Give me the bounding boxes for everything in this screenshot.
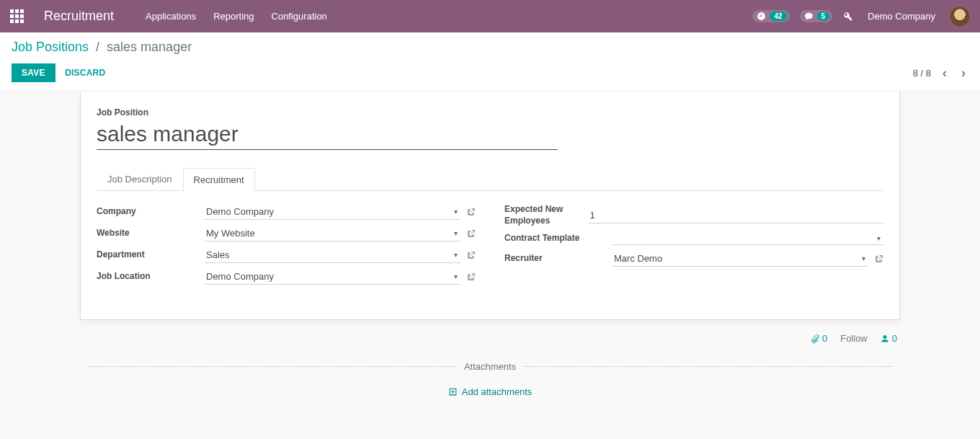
nav-menu: Applications Reporting Configuration: [146, 11, 752, 22]
tabs: Job Description Recruitment: [97, 167, 883, 191]
recruiter-input[interactable]: Marc Demo ▾: [612, 251, 868, 267]
field-contract: Contract Template ▾: [504, 232, 883, 245]
location-external-link[interactable]: [466, 272, 476, 282]
form-scroll[interactable]: Job Position Job Description Recruitment…: [0, 92, 980, 439]
pager-text: 8 / 8: [913, 68, 931, 79]
follower-count-value: 0: [892, 333, 897, 344]
recruiter-label: Recruiter: [504, 253, 612, 265]
location-value: Demo Company: [206, 271, 274, 282]
field-recruiter: Recruiter Marc Demo ▾: [504, 251, 883, 267]
department-input[interactable]: Sales ▾: [205, 247, 460, 263]
attach-count-value: 0: [822, 333, 827, 344]
department-external-link[interactable]: [466, 251, 476, 260]
breadcrumb-root[interactable]: Job Positions: [12, 40, 89, 55]
pager-prev[interactable]: ‹: [940, 64, 950, 82]
top-nav: Recruitment Applications Reporting Confi…: [0, 0, 980, 32]
breadcrumb: Job Positions / sales manager: [12, 40, 968, 55]
website-input[interactable]: My Website ▾: [205, 226, 460, 241]
field-location: Job Location Demo Company ▾: [97, 269, 476, 285]
external-link-icon: [466, 251, 476, 260]
chat-icon: [804, 12, 814, 21]
website-label: Website: [97, 228, 205, 239]
title-label: Job Position: [97, 107, 883, 117]
messages-button[interactable]: 5: [800, 10, 833, 22]
recruiter-value: Marc Demo: [614, 253, 662, 264]
attachments-header: Attachments: [464, 361, 516, 372]
expected-input[interactable]: [589, 208, 883, 223]
field-company: Company Demo Company ▾: [97, 204, 476, 220]
control-bar: Job Positions / sales manager SAVE DISCA…: [0, 32, 980, 92]
company-input[interactable]: Demo Company ▾: [205, 204, 460, 220]
pager: 8 / 8 ‹ ›: [913, 64, 968, 82]
website-value: My Website: [206, 228, 255, 239]
external-link-icon: [466, 272, 476, 282]
plus-square-icon: [448, 387, 458, 396]
attachments-count[interactable]: 0: [811, 333, 827, 344]
apps-icon[interactable]: [10, 9, 24, 23]
discard-button[interactable]: DISCARD: [65, 68, 105, 78]
pager-next[interactable]: ›: [958, 64, 968, 82]
chevron-down-icon[interactable]: ▾: [451, 208, 460, 216]
expected-label: Expected New Employees: [504, 204, 589, 226]
contract-label: Contract Template: [504, 233, 612, 244]
chevron-down-icon[interactable]: ▾: [874, 234, 883, 242]
avatar-image: [950, 6, 970, 27]
app-brand[interactable]: Recruitment: [44, 9, 114, 24]
breadcrumb-current: sales manager: [107, 40, 192, 55]
external-link-icon: [466, 229, 476, 239]
tab-recruitment[interactable]: Recruitment: [183, 168, 255, 191]
recruiter-external-link[interactable]: [874, 254, 883, 264]
chevron-down-icon[interactable]: ▾: [451, 229, 460, 237]
external-link-icon: [466, 208, 476, 217]
save-button[interactable]: SAVE: [12, 63, 55, 82]
company-value: Demo Company: [206, 206, 274, 217]
follow-button[interactable]: Follow: [840, 333, 868, 344]
chatter-toolbar: 0 Follow 0: [80, 327, 900, 350]
wrench-icon: [842, 11, 853, 22]
department-value: Sales: [206, 249, 230, 260]
form-sheet: Job Position Job Description Recruitment…: [80, 92, 900, 320]
field-website: Website My Website ▾: [97, 226, 476, 241]
add-attachments-label: Add attachments: [462, 386, 533, 397]
user-icon: [881, 334, 889, 343]
activities-badge: 42: [770, 12, 786, 21]
left-column: Company Demo Company ▾ Website My Websit…: [97, 204, 476, 291]
debug-icon[interactable]: [842, 11, 853, 22]
attachments-separator: Attachments: [80, 361, 900, 372]
company-switcher[interactable]: Demo Company: [863, 11, 940, 22]
chevron-down-icon[interactable]: ▾: [859, 254, 868, 262]
clock-icon: [757, 12, 766, 21]
nav-applications[interactable]: Applications: [146, 11, 196, 22]
nav-reporting[interactable]: Reporting: [213, 11, 254, 22]
chevron-down-icon[interactable]: ▾: [451, 251, 460, 259]
department-label: Department: [97, 249, 205, 261]
nav-right: 42 5 Demo Company: [752, 6, 970, 27]
user-avatar[interactable]: [950, 6, 970, 27]
contract-input[interactable]: ▾: [612, 232, 883, 245]
field-department: Department Sales ▾: [97, 247, 476, 263]
right-column: Expected New Employees Contract Template…: [504, 204, 883, 291]
location-label: Job Location: [97, 271, 205, 283]
tab-job-description[interactable]: Job Description: [97, 167, 183, 190]
chevron-down-icon[interactable]: ▾: [451, 272, 460, 280]
location-input[interactable]: Demo Company ▾: [205, 269, 460, 285]
chatter: 0 Follow 0 Attachments Add attachments: [80, 327, 900, 397]
paperclip-icon: [811, 334, 819, 343]
messages-badge: 5: [817, 12, 830, 21]
company-external-link[interactable]: [466, 208, 476, 217]
job-position-title-input[interactable]: [97, 120, 558, 150]
add-attachments-button[interactable]: Add attachments: [80, 386, 900, 397]
nav-configuration[interactable]: Configuration: [272, 11, 327, 22]
breadcrumb-separator: /: [96, 40, 99, 55]
company-label: Company: [97, 206, 205, 218]
tab-body: Company Demo Company ▾ Website My Websit…: [97, 191, 883, 291]
activities-button[interactable]: 42: [752, 10, 789, 22]
website-external-link[interactable]: [466, 229, 476, 239]
external-link-icon: [874, 254, 883, 264]
followers-count[interactable]: 0: [881, 333, 897, 344]
field-expected: Expected New Employees: [504, 204, 883, 226]
